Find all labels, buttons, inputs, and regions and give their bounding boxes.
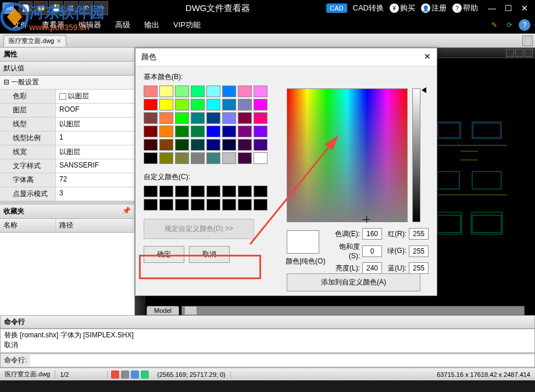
color-swatch[interactable] (191, 85, 205, 97)
color-swatch[interactable] (222, 139, 236, 151)
ok-button[interactable]: 确定 (144, 246, 184, 263)
color-swatch[interactable] (222, 126, 236, 137)
color-swatch[interactable] (159, 152, 173, 164)
status-icons[interactable] (108, 370, 152, 379)
custom-color-swatch[interactable] (238, 186, 252, 197)
color-swatch[interactable] (254, 139, 268, 151)
red-input[interactable] (409, 228, 429, 240)
property-value[interactable]: ROOF (56, 104, 134, 117)
info-icon[interactable]: ? (519, 19, 530, 31)
custom-color-swatch[interactable] (206, 186, 220, 197)
property-value[interactable]: 1 (56, 131, 134, 145)
color-swatch[interactable] (144, 99, 158, 111)
help-button[interactable]: ?帮助 (452, 3, 478, 13)
general-settings-node[interactable]: ⊟ 一般设置 (0, 76, 134, 90)
color-swatch[interactable] (159, 126, 173, 137)
menu-advanced[interactable]: 高级 (108, 17, 137, 33)
sat-input[interactable] (362, 245, 382, 257)
horizontal-scrollbar[interactable] (181, 306, 525, 315)
canvas-minimize-icon[interactable] (506, 49, 514, 57)
color-swatch[interactable] (144, 85, 158, 97)
color-swatch[interactable] (222, 112, 236, 124)
color-swatch[interactable] (175, 139, 189, 151)
property-value[interactable]: 以图层 (56, 145, 134, 159)
tab-dropdown-icon[interactable] (522, 35, 533, 46)
color-swatch[interactable] (222, 152, 236, 164)
custom-color-swatch[interactable] (254, 186, 268, 197)
document-tab[interactable]: 医疗室立面.dwg ✕ (3, 35, 66, 47)
canvas-maximize-icon[interactable] (515, 49, 523, 57)
property-value[interactable]: SANSSERIF (56, 159, 134, 173)
color-swatch[interactable] (159, 112, 173, 124)
color-swatch[interactable] (159, 139, 173, 151)
menu-file[interactable]: 文件 (6, 17, 35, 33)
luminance-slider[interactable] (412, 88, 420, 222)
custom-color-swatch[interactable] (159, 199, 173, 211)
color-swatch[interactable] (144, 112, 158, 124)
color-swatch[interactable] (206, 112, 220, 124)
custom-color-swatch[interactable] (238, 199, 252, 211)
custom-color-swatch[interactable] (175, 199, 189, 211)
checkbox-icon[interactable] (59, 93, 66, 100)
color-swatch[interactable] (254, 152, 268, 164)
color-swatch[interactable] (238, 152, 252, 164)
color-swatch[interactable] (206, 152, 220, 164)
color-swatch[interactable] (238, 112, 252, 124)
register-button[interactable]: 👤注册 (421, 3, 447, 13)
custom-color-swatch[interactable] (222, 186, 236, 197)
add-custom-color-button[interactable]: 添加到自定义颜色(A) (287, 273, 420, 291)
property-value[interactable]: 以图层 (56, 117, 134, 131)
property-value[interactable]: 3 (56, 187, 134, 201)
color-swatch[interactable] (175, 152, 189, 164)
menu-output[interactable]: 输出 (137, 17, 166, 33)
property-value[interactable]: 72 (56, 173, 134, 187)
toolbar-icon[interactable]: 🖨 (64, 1, 78, 15)
color-swatch[interactable] (206, 99, 220, 111)
buy-button[interactable]: ¥购买 (390, 3, 415, 13)
color-swatch[interactable] (254, 85, 268, 97)
color-swatch[interactable] (206, 126, 220, 137)
color-swatch[interactable] (175, 112, 189, 124)
menu-vip[interactable]: VIP功能 (166, 17, 208, 33)
color-gradient-picker[interactable] (287, 88, 408, 222)
custom-color-swatch[interactable] (206, 199, 220, 211)
redo-icon[interactable]: ↷ (94, 1, 108, 15)
color-swatch[interactable] (175, 126, 189, 137)
pencil-icon[interactable]: ✎ (488, 19, 500, 31)
color-swatch[interactable] (144, 152, 158, 164)
custom-color-swatch[interactable] (175, 186, 189, 197)
toolbar-icon[interactable]: 💾 (49, 1, 63, 15)
color-swatch[interactable] (191, 139, 205, 151)
color-swatch[interactable] (222, 85, 236, 97)
color-swatch[interactable] (238, 99, 252, 111)
color-swatch[interactable] (238, 126, 252, 137)
color-swatch[interactable] (144, 139, 158, 151)
color-swatch[interactable] (254, 126, 268, 137)
close-icon[interactable]: ✕ (516, 2, 533, 14)
dialog-close-icon[interactable]: ✕ (424, 52, 431, 62)
model-tab[interactable]: Model (147, 306, 179, 315)
blue-input[interactable] (409, 262, 429, 274)
toolbar-icon[interactable]: 📁 (34, 1, 48, 15)
color-swatch[interactable] (191, 126, 205, 137)
color-swatch[interactable] (191, 99, 205, 111)
canvas-close-icon[interactable] (525, 49, 533, 57)
color-swatch[interactable] (254, 112, 268, 124)
color-swatch[interactable] (238, 139, 252, 151)
minimize-icon[interactable]: — (484, 2, 500, 14)
color-swatch[interactable] (191, 152, 205, 164)
color-swatch[interactable] (238, 85, 252, 97)
color-swatch[interactable] (144, 126, 158, 137)
menu-editor[interactable]: 编辑器 (72, 17, 108, 33)
custom-color-swatch[interactable] (144, 186, 158, 197)
green-input[interactable] (409, 245, 429, 257)
property-value[interactable]: 以图层 (56, 90, 134, 103)
cancel-button[interactable]: 取消 (189, 246, 230, 263)
custom-color-swatch[interactable] (144, 199, 158, 211)
color-swatch[interactable] (222, 99, 236, 111)
command-input[interactable] (30, 355, 534, 366)
color-swatch[interactable] (175, 85, 189, 97)
sync-icon[interactable]: ⟳ (504, 19, 515, 31)
custom-color-swatch[interactable] (222, 199, 236, 211)
color-swatch[interactable] (191, 112, 205, 124)
